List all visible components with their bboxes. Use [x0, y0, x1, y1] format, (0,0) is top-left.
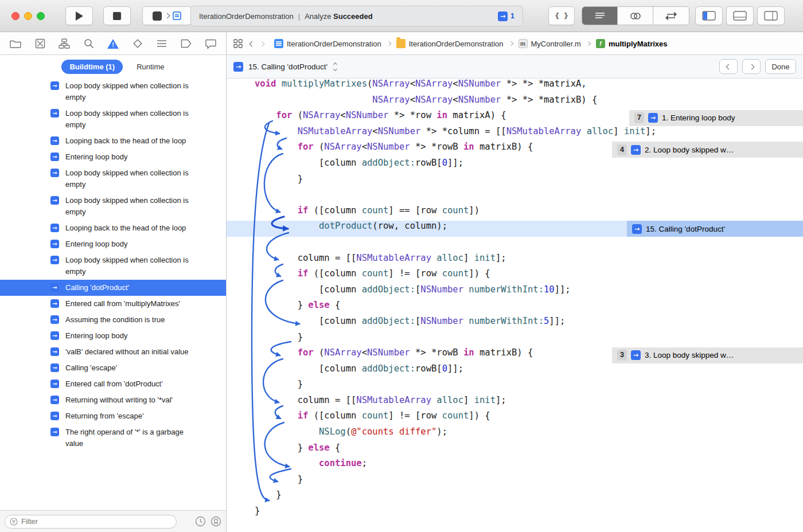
code-token: NSArray	[372, 95, 410, 105]
analyzer-step-item[interactable]: →Entered call from 'multiplyMatrixes'	[0, 296, 226, 312]
report-navigator-icon[interactable]	[204, 37, 217, 50]
analyzer-arrow-icon: →	[50, 331, 59, 340]
sidebar-divider[interactable]	[226, 32, 227, 532]
code-token: dotProduct	[319, 221, 372, 231]
code-token: if	[298, 410, 309, 421]
analyzer-step-item[interactable]: →The right operand of '*' is a garbage v…	[0, 424, 226, 452]
stop-button[interactable]	[103, 6, 131, 25]
code-token: NSArray	[324, 347, 361, 358]
toggle-debug-area-button[interactable]	[726, 6, 754, 25]
analyzer-step-item[interactable]: →Entered call from 'dotProduct'	[0, 376, 226, 392]
analyzer-step-item[interactable]: →Entering loop body	[0, 236, 226, 252]
analyzer-step-item[interactable]: →Assuming the condition is true	[0, 312, 226, 328]
analyzer-step-item[interactable]: →Looping back to the head of the loop	[0, 133, 226, 149]
code-lines[interactable]: void multiplyMatrixes(NSArray<NSArray<NS…	[227, 79, 803, 532]
analyzer-arrow-icon: →	[50, 81, 59, 90]
code-token: count	[362, 205, 389, 216]
analyzer-step-item[interactable]: →Loop body skipped when collection is em…	[0, 193, 226, 220]
next-step-button[interactable]	[742, 59, 761, 74]
step-label: Loop body skipped when collection is emp…	[65, 196, 189, 216]
step-stepper[interactable]	[334, 63, 337, 71]
project-navigator-icon[interactable]	[9, 37, 22, 50]
toggle-navigator-button[interactable]	[695, 6, 723, 25]
related-items-icon[interactable]	[232, 37, 244, 50]
source-control-icon[interactable]	[34, 37, 46, 50]
analyzer-step-item[interactable]: →Loop body skipped when collection is em…	[0, 252, 226, 280]
breadcrumb-group[interactable]: IterationOrderDemonstration	[396, 39, 504, 48]
standard-editor-button[interactable]	[582, 7, 618, 25]
analyzer-step-item[interactable]: →Loop body skipped when collection is em…	[0, 78, 226, 105]
code-token: }	[255, 474, 303, 484]
code-token: NSNumber	[367, 142, 410, 152]
minimize-icon[interactable]	[24, 12, 32, 20]
analyzer-step-item[interactable]: →Returning from 'escape'	[0, 408, 226, 424]
code-token: NSMutableArray	[356, 253, 431, 263]
version-editor-button[interactable]	[653, 7, 689, 25]
code-token: }	[255, 300, 308, 310]
filter-field[interactable]	[5, 515, 177, 529]
issue-navigator-icon[interactable]: !	[107, 37, 119, 50]
tab-runtime[interactable]: Runtime	[137, 62, 164, 71]
code-token: numberWithInt:	[469, 284, 544, 295]
code-token: ]) {	[469, 268, 490, 279]
analyzer-step-item[interactable]: →Returning without writing to '*val'	[0, 392, 226, 408]
code-review-button[interactable]: { }	[548, 6, 575, 25]
code-line: [column addObject:rowB[0]];	[227, 158, 803, 174]
code-token: ;	[362, 458, 367, 468]
code-token	[255, 268, 298, 279]
search-icon[interactable]	[83, 37, 95, 50]
breadcrumb-file[interactable]: m MyController.m	[519, 39, 581, 48]
activity-viewer[interactable]: IterationOrderDemonstration | Analyze Su…	[190, 6, 523, 26]
breakpoint-navigator-icon[interactable]	[180, 37, 193, 50]
code-token: }	[255, 506, 260, 516]
analyzer-annotation[interactable]: 4→2. Loop body skipped w…	[612, 142, 803, 158]
breadcrumb-symbol[interactable]: f multiplyMatrixes	[596, 39, 668, 48]
test-navigator-icon[interactable]	[131, 37, 144, 50]
forward-button[interactable]	[259, 41, 265, 46]
code-token: rowB[	[415, 363, 442, 374]
tab-buildtime[interactable]: Buildtime (1)	[61, 60, 123, 74]
run-button[interactable]	[65, 6, 93, 25]
code-line: }	[227, 490, 803, 506]
analyzer-arrow-icon: →	[50, 412, 59, 420]
symbol-navigator-icon[interactable]	[58, 37, 71, 50]
previous-step-button[interactable]	[719, 59, 738, 74]
flag-filter-icon[interactable]	[211, 516, 221, 527]
code-token: ([column	[308, 410, 361, 421]
done-button[interactable]: Done	[765, 59, 796, 74]
code-token	[276, 79, 281, 89]
analyzer-step-item[interactable]: →Loop body skipped when collection is em…	[0, 105, 226, 133]
debug-navigator-icon[interactable]	[155, 37, 168, 50]
analyzer-step-item[interactable]: →Looping back to the head of the loop	[0, 220, 226, 236]
clock-icon[interactable]	[195, 516, 206, 527]
chevron-up-icon	[333, 62, 337, 66]
scheme-selector[interactable]	[142, 6, 192, 25]
analyzer-annotation[interactable]: 7→1. Entering loop body	[629, 110, 803, 126]
zoom-icon[interactable]	[37, 12, 45, 20]
code-token: (	[346, 427, 351, 437]
analyzer-step-item[interactable]: →Entering loop body	[0, 149, 226, 165]
step-label: The right operand of '*' is a garbage va…	[65, 428, 184, 448]
code-token: <	[410, 95, 415, 105]
analyzer-annotation[interactable]: 3→3. Loop body skipped w…	[612, 347, 803, 363]
analyzer-issue-badge[interactable]: → 1	[498, 11, 514, 21]
analyzer-annotation[interactable]: →15. Calling 'dotProduct'	[627, 221, 803, 237]
analyzer-step-item[interactable]: →Calling 'dotProduct'	[0, 280, 226, 296]
breadcrumb-project[interactable]: IterationOrderDemonstration	[274, 39, 381, 48]
code-token: count	[442, 205, 469, 216]
analyzer-step-item[interactable]: →Calling 'escape'	[0, 360, 226, 376]
code-token: rowB[	[415, 158, 442, 168]
code-token: NSNumber	[458, 79, 501, 89]
close-icon[interactable]	[11, 12, 20, 20]
code-line: } else {	[227, 300, 803, 316]
analyzer-step-item[interactable]: →'valB' declared without an initial valu…	[0, 344, 226, 360]
analyzer-arrow-icon: →	[50, 256, 59, 264]
assistant-editor-button[interactable]	[618, 7, 653, 25]
step-label: Entering loop body	[65, 152, 127, 161]
toggle-inspector-button[interactable]	[757, 6, 785, 25]
back-button[interactable]	[250, 41, 255, 46]
filter-input[interactable]	[21, 517, 171, 526]
analyzer-step-item[interactable]: →Entering loop body	[0, 328, 226, 344]
step-label: Returning without writing to '*val'	[65, 396, 173, 404]
analyzer-step-item[interactable]: →Loop body skipped when collection is em…	[0, 165, 226, 193]
